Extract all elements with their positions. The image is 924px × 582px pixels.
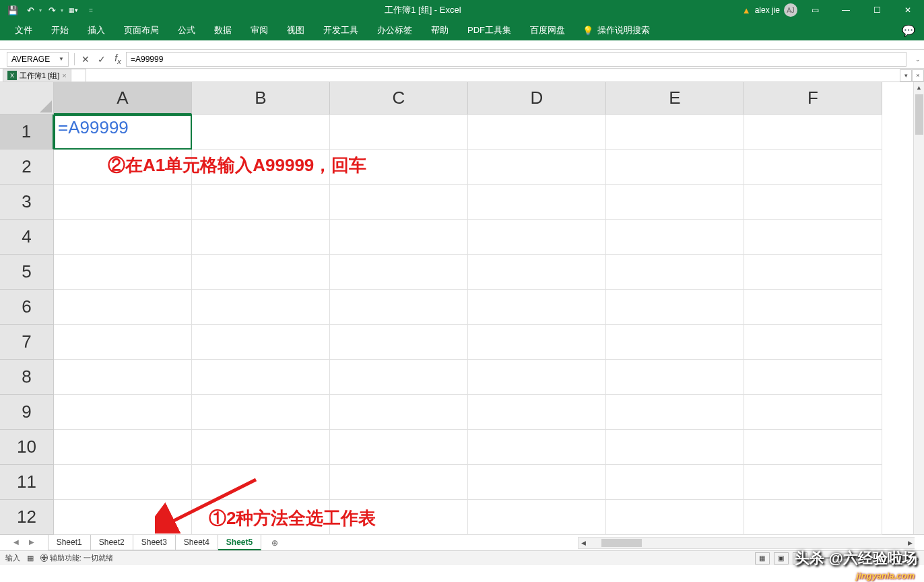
tell-me-search[interactable]: 💡 操作说明搜索 bbox=[583, 24, 650, 36]
cell[interactable] bbox=[744, 430, 882, 465]
cell[interactable] bbox=[192, 115, 330, 150]
row-header[interactable]: 7 bbox=[0, 325, 54, 360]
cell[interactable] bbox=[468, 290, 606, 325]
tab-page-layout[interactable]: 页面布局 bbox=[114, 20, 168, 40]
cell[interactable] bbox=[54, 325, 192, 360]
ribbon-options-icon[interactable]: ▭ bbox=[801, 0, 828, 20]
cell[interactable] bbox=[744, 150, 882, 185]
cell[interactable] bbox=[606, 290, 744, 325]
doc-tab-dropdown-icon[interactable]: ▾ bbox=[900, 69, 912, 82]
cell[interactable] bbox=[330, 290, 468, 325]
cells-area[interactable]: =A99999 bbox=[54, 115, 913, 534]
close-icon[interactable]: ✕ bbox=[894, 0, 921, 20]
document-tab[interactable]: X 工作簿1 [组] × bbox=[3, 69, 71, 82]
cell[interactable] bbox=[468, 115, 606, 150]
tab-pdf-tools[interactable]: PDF工具集 bbox=[458, 20, 521, 40]
cell[interactable] bbox=[54, 255, 192, 290]
tab-formulas[interactable]: 公式 bbox=[168, 20, 205, 40]
cell[interactable] bbox=[744, 325, 882, 360]
row-header[interactable]: 5 bbox=[0, 255, 54, 290]
cell[interactable] bbox=[744, 465, 882, 500]
cell[interactable] bbox=[192, 395, 330, 430]
expand-formula-bar-icon[interactable]: ⌄ bbox=[912, 56, 924, 63]
cell[interactable] bbox=[606, 500, 744, 535]
redo-icon[interactable]: ↷ bbox=[44, 3, 59, 18]
row-header[interactable]: 1 bbox=[0, 115, 54, 150]
scroll-thumb[interactable] bbox=[915, 94, 923, 135]
cell[interactable] bbox=[192, 360, 330, 395]
cancel-formula-icon[interactable]: ✕ bbox=[77, 51, 94, 67]
macro-record-icon[interactable]: ▦ bbox=[27, 554, 34, 562]
cell[interactable] bbox=[468, 150, 606, 185]
scroll-left-icon[interactable]: ◀ bbox=[579, 540, 588, 546]
row-header[interactable]: 9 bbox=[0, 395, 54, 430]
tab-home[interactable]: 开始 bbox=[42, 20, 78, 40]
cell[interactable] bbox=[606, 395, 744, 430]
column-header[interactable]: D bbox=[468, 82, 606, 115]
cell[interactable] bbox=[54, 290, 192, 325]
row-header[interactable]: 11 bbox=[0, 465, 54, 500]
insert-function-icon[interactable]: fx bbox=[110, 51, 126, 67]
cell[interactable] bbox=[468, 430, 606, 465]
tab-help[interactable]: 帮助 bbox=[422, 20, 458, 40]
cell[interactable] bbox=[330, 430, 468, 465]
view-normal-icon[interactable]: ▦ bbox=[755, 552, 770, 564]
tab-developer[interactable]: 开发工具 bbox=[314, 20, 368, 40]
cell[interactable] bbox=[330, 185, 468, 220]
cell[interactable] bbox=[606, 185, 744, 220]
cell[interactable] bbox=[468, 360, 606, 395]
cell[interactable] bbox=[192, 290, 330, 325]
view-page-layout-icon[interactable]: ▣ bbox=[774, 552, 789, 564]
cell[interactable] bbox=[468, 220, 606, 255]
cell[interactable] bbox=[330, 465, 468, 500]
scroll-right-icon[interactable]: ▶ bbox=[905, 540, 915, 546]
cell[interactable] bbox=[606, 360, 744, 395]
minimize-icon[interactable]: — bbox=[832, 0, 859, 20]
cell[interactable] bbox=[54, 395, 192, 430]
cell[interactable] bbox=[606, 115, 744, 150]
cell[interactable] bbox=[606, 430, 744, 465]
cell[interactable] bbox=[606, 150, 744, 185]
tab-review[interactable]: 审阅 bbox=[241, 20, 277, 40]
cell[interactable] bbox=[606, 465, 744, 500]
chevron-down-icon[interactable]: ▼ bbox=[59, 56, 64, 62]
cell[interactable] bbox=[192, 430, 330, 465]
user-avatar[interactable]: AJ bbox=[784, 3, 797, 17]
horizontal-scrollbar[interactable]: ◀ ▶ bbox=[578, 537, 915, 549]
sheet-tab[interactable]: Sheet3 bbox=[133, 535, 176, 550]
sheet-nav[interactable]: ◀ ▶ bbox=[0, 538, 48, 548]
scroll-thumb[interactable] bbox=[601, 539, 642, 547]
cell[interactable] bbox=[468, 500, 606, 535]
cell[interactable] bbox=[468, 465, 606, 500]
column-header[interactable]: F bbox=[744, 82, 882, 115]
select-all-corner[interactable] bbox=[0, 82, 54, 115]
column-header[interactable]: E bbox=[606, 82, 744, 115]
formula-input[interactable]: =A99999 bbox=[126, 52, 906, 67]
undo-icon[interactable]: ↶ bbox=[23, 3, 38, 18]
cell[interactable] bbox=[192, 185, 330, 220]
cell[interactable] bbox=[330, 115, 468, 150]
cell[interactable] bbox=[744, 395, 882, 430]
row-header[interactable]: 12 bbox=[0, 500, 54, 535]
row-header[interactable]: 8 bbox=[0, 360, 54, 395]
cell[interactable] bbox=[744, 360, 882, 395]
row-header[interactable]: 6 bbox=[0, 290, 54, 325]
qat-overflow-icon[interactable]: = bbox=[84, 3, 98, 18]
cell[interactable] bbox=[192, 325, 330, 360]
row-header[interactable]: 2 bbox=[0, 150, 54, 185]
cell[interactable] bbox=[468, 325, 606, 360]
name-box[interactable]: AVERAGE ▼ bbox=[7, 52, 69, 67]
cell[interactable] bbox=[330, 255, 468, 290]
cell[interactable] bbox=[468, 185, 606, 220]
tab-insert[interactable]: 插入 bbox=[78, 20, 114, 40]
share-icon[interactable]: 💬 bbox=[898, 24, 919, 37]
sheet-tab[interactable]: Sheet5 bbox=[218, 535, 261, 550]
tab-office-tabs[interactable]: 办公标签 bbox=[368, 20, 422, 40]
tab-view[interactable]: 视图 bbox=[277, 20, 314, 40]
cell[interactable] bbox=[468, 255, 606, 290]
cell[interactable] bbox=[606, 255, 744, 290]
tab-file[interactable]: 文件 bbox=[5, 20, 42, 40]
cell[interactable] bbox=[192, 255, 330, 290]
cell-a1[interactable]: =A99999 bbox=[54, 115, 192, 150]
column-header[interactable]: C bbox=[330, 82, 468, 115]
